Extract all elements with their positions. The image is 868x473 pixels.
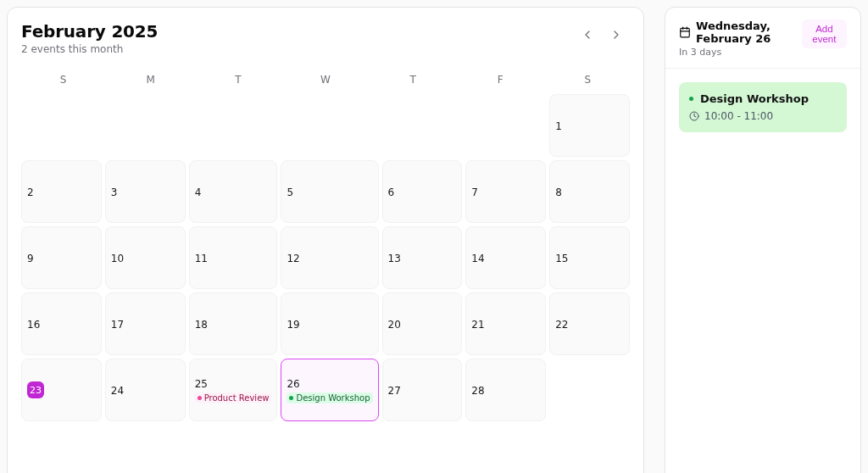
day-cell [105, 94, 186, 157]
day-number: 3 [111, 186, 118, 198]
day-number: 28 [471, 385, 484, 397]
selected-date-label: Wednesday, February 26 [696, 19, 795, 45]
day-cell[interactable]: 20 [382, 292, 463, 355]
day-cell[interactable]: 7 [465, 160, 546, 223]
day-of-week-header: M [108, 69, 192, 91]
day-cell [189, 425, 278, 473]
day-number: 7 [471, 186, 478, 198]
day-cell[interactable]: 26Design Workshop [281, 359, 378, 421]
day-cell[interactable]: 25Product Review [189, 359, 278, 421]
day-cell[interactable]: 18 [189, 292, 278, 355]
add-event-button[interactable]: Add event [802, 19, 847, 48]
day-cell[interactable]: 13 [382, 226, 463, 289]
day-cell[interactable]: 28 [465, 359, 546, 421]
day-cell [382, 425, 463, 473]
day-cell[interactable]: 22 [549, 292, 630, 355]
day-number: 20 [388, 319, 401, 331]
day-number: 21 [471, 319, 484, 331]
event-card[interactable]: Design Workshop10:00 - 11:00 [679, 82, 847, 132]
calendar-subtitle: 2 events this month [21, 43, 158, 55]
day-number: 25 [195, 378, 208, 390]
day-number: 2 [27, 186, 34, 198]
day-number: 27 [388, 385, 401, 397]
calendar-panel: February 2025 2 events this month SMTWTF… [7, 7, 644, 473]
selected-date-relative: In 3 days [679, 47, 795, 58]
day-number: 16 [27, 319, 40, 331]
svg-rect-0 [681, 28, 690, 37]
day-cell[interactable]: 6 [382, 160, 463, 223]
chevron-right-icon [609, 28, 623, 42]
event-time: 10:00 - 11:00 [704, 110, 773, 122]
calendar-grid: 1234567891011121314151617181920212223242… [21, 94, 630, 473]
day-cell[interactable]: 21 [465, 292, 546, 355]
day-number: 12 [287, 253, 299, 264]
day-cell[interactable]: 15 [549, 226, 630, 289]
day-cell[interactable]: 2 [21, 160, 102, 223]
calendar-icon [679, 26, 691, 38]
day-number: 14 [471, 253, 484, 264]
day-cell [281, 94, 378, 157]
day-cell [105, 425, 186, 473]
day-cell[interactable]: 19 [281, 292, 378, 355]
day-cell [189, 94, 278, 157]
today-badge: 23 [27, 381, 44, 398]
day-cell[interactable]: 10 [105, 226, 186, 289]
day-number: 15 [555, 253, 568, 264]
day-number: 5 [287, 186, 293, 198]
day-cell[interactable]: 27 [382, 359, 463, 421]
day-number: 1 [555, 120, 562, 132]
side-panel: Wednesday, February 26 In 3 days Add eve… [665, 7, 861, 473]
day-cell[interactable]: 8 [549, 160, 630, 223]
day-number: 10 [111, 253, 124, 264]
day-number: 6 [388, 186, 395, 198]
day-cell[interactable]: 5 [281, 160, 378, 223]
day-cell[interactable]: 1 [549, 94, 630, 157]
calendar-nav [574, 23, 630, 47]
day-number: 9 [27, 253, 34, 264]
day-of-week-header: S [21, 69, 105, 91]
day-cell[interactable]: 14 [465, 226, 546, 289]
day-number: 26 [287, 378, 299, 390]
day-of-week-header: T [371, 69, 455, 91]
day-cell[interactable]: 23 [21, 359, 102, 421]
prev-month-button[interactable] [574, 23, 601, 47]
calendar-title: February 2025 [21, 21, 158, 42]
day-cell [382, 94, 463, 157]
day-of-week-header: S [546, 69, 630, 91]
day-number: 24 [111, 385, 124, 397]
day-number: 19 [287, 319, 299, 331]
day-of-week-header: T [196, 69, 280, 91]
event-dot-icon [289, 396, 293, 400]
day-number: 8 [555, 186, 562, 198]
day-cell[interactable]: 17 [105, 292, 186, 355]
event-chip[interactable]: Product Review [195, 392, 272, 403]
day-cell[interactable]: 3 [105, 160, 186, 223]
day-cell[interactable]: 24 [105, 359, 186, 421]
day-cell [281, 425, 378, 473]
day-cell[interactable]: 16 [21, 292, 102, 355]
event-chip[interactable]: Design Workshop [287, 392, 372, 403]
day-of-week-row: SMTWTFS [21, 69, 630, 91]
day-cell [549, 359, 630, 421]
event-dot-icon [198, 396, 202, 400]
day-cell [549, 425, 630, 473]
day-cell [465, 94, 546, 157]
event-list: Design Workshop10:00 - 11:00 [665, 69, 860, 473]
day-number: 17 [111, 319, 124, 331]
day-cell [21, 94, 102, 157]
day-number: 13 [388, 253, 401, 264]
day-cell [465, 425, 546, 473]
event-chip-label: Design Workshop [296, 393, 370, 403]
day-cell[interactable]: 11 [189, 226, 278, 289]
day-number: 4 [195, 186, 202, 198]
day-cell[interactable]: 4 [189, 160, 278, 223]
next-month-button[interactable] [603, 23, 630, 47]
day-of-week-header: F [459, 69, 542, 91]
day-number: 22 [555, 319, 568, 331]
day-cell[interactable]: 9 [21, 226, 102, 289]
day-number: 18 [195, 319, 208, 331]
day-cell[interactable]: 12 [281, 226, 378, 289]
clock-icon [689, 111, 699, 121]
day-cell [21, 425, 102, 473]
chevron-left-icon [581, 28, 594, 42]
